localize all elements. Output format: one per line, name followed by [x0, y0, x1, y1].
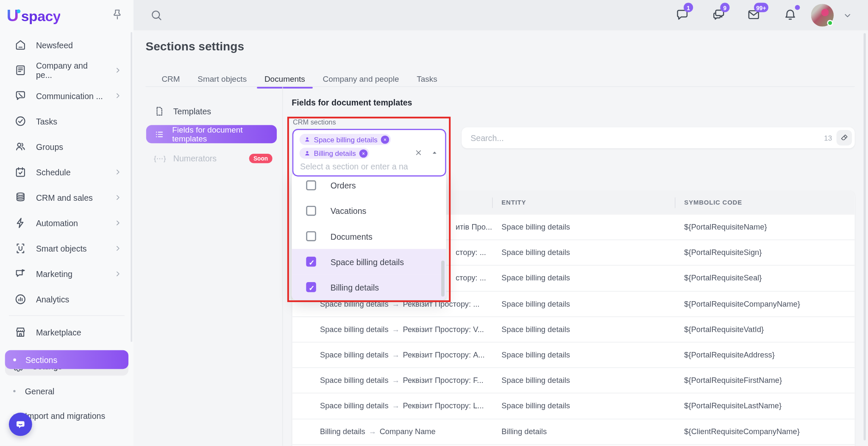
online-status-dot	[827, 20, 833, 26]
dropdown-option[interactable]: Documents	[292, 224, 446, 249]
option-checkbox[interactable]	[306, 231, 316, 241]
remove-chip-button[interactable]	[381, 135, 389, 144]
sidebar-item[interactable]: Tasks	[0, 108, 134, 134]
column-header-entity: ENTITY	[501, 199, 526, 206]
sidebar-item[interactable]: Groups	[0, 134, 134, 159]
tab-label: Documents	[264, 75, 305, 83]
mail-button[interactable]: 99+	[747, 8, 761, 22]
option-label: Billing details	[331, 283, 379, 292]
person-icon	[304, 136, 311, 143]
sidebar-item-label: Newsfeed	[36, 40, 73, 50]
field-name-cell: Space billing details→Реквізит Простору:…	[320, 376, 484, 385]
dropdown-option[interactable]: Vacations	[292, 198, 446, 224]
selected-section-chip[interactable]: Space billing details	[300, 134, 391, 145]
clear-search-button[interactable]	[837, 130, 852, 146]
sidebar-subitem[interactable]: Sections	[5, 350, 128, 369]
sidebar-item[interactable]: Smart objects	[0, 235, 134, 261]
table-row[interactable]: Space billing details→Реквізит Простору:…	[292, 342, 855, 368]
table-row[interactable]: Billing details→Company Name Billing det…	[292, 419, 855, 444]
support-chat-fab[interactable]	[9, 413, 32, 436]
notifications-button[interactable]	[783, 8, 798, 22]
close-icon	[383, 138, 387, 141]
field-name-text: стору: ...	[456, 274, 486, 283]
sidebar-item[interactable]: CRM and sales	[0, 185, 134, 210]
eraser-icon	[840, 133, 849, 142]
section-search-input[interactable]: Select a section or enter a na	[300, 161, 439, 171]
pin-sidebar-button[interactable]	[109, 6, 125, 22]
remove-chip-button[interactable]	[359, 149, 368, 158]
chip-label: Space billing details	[314, 135, 378, 144]
tab[interactable]: Company and people	[314, 72, 408, 86]
sidebar-scrollbar[interactable]	[131, 32, 132, 342]
symbolic-code-cell: ${PortalRequisiteSeal}	[684, 274, 762, 283]
option-checkbox[interactable]	[306, 180, 316, 191]
table-search[interactable]: Search... 13	[462, 127, 854, 148]
group-chats-button[interactable]: 9	[712, 8, 726, 22]
subnav-item-templates[interactable]: Templates	[146, 103, 277, 119]
search-input[interactable]: Search...	[470, 133, 824, 142]
sidebar-item[interactable]: Analytics	[0, 287, 134, 312]
file-template-icon	[154, 105, 165, 116]
sidebar-item-label: CRM and sales	[36, 193, 93, 202]
marketing-icon	[14, 268, 27, 280]
crm-icon	[14, 191, 27, 204]
clear-selection-icon[interactable]	[414, 148, 423, 157]
dropdown-option[interactable]: Billing details	[292, 274, 446, 300]
table-row[interactable]: Space billing details→Реквізит Простору:…	[292, 317, 855, 342]
tab[interactable]: Smart objects	[189, 72, 256, 86]
crm-sections-select[interactable]: Space billing details Billing details Se…	[292, 129, 446, 176]
field-name-cell: Space billing details→Реквізит Простору:…	[320, 350, 485, 359]
marketplace-icon	[14, 326, 27, 338]
dropdown-option[interactable]: Space billing details	[292, 249, 446, 274]
field-name-cell: Billing details→Company Name	[320, 427, 436, 436]
option-checkbox[interactable]	[306, 257, 316, 267]
global-search-button[interactable]	[147, 6, 165, 24]
field-name-cell: →итів Про...	[456, 222, 492, 231]
sidebar-item[interactable]: Communication ...	[0, 83, 134, 108]
field-name-text: Реквізит Простору: ...	[403, 299, 480, 308]
sidebar-subitem-label: Sections	[25, 355, 57, 364]
sidebar-item-label: Marketing	[36, 269, 72, 278]
table-row[interactable]: Space billing details→Реквізит Простору:…	[292, 393, 855, 419]
field-name-text: Company Name	[380, 427, 436, 436]
dropdown-scrollbar[interactable]	[441, 260, 445, 296]
profile-chevron-down-icon[interactable]	[843, 11, 853, 21]
sidebar-item[interactable]: Newsfeed	[0, 32, 134, 58]
collapse-caret-up-icon[interactable]	[430, 148, 439, 157]
sidebar-item[interactable]: Marketing	[0, 261, 134, 286]
page-scrollbar[interactable]	[864, 33, 866, 440]
tab[interactable]: CRM	[153, 72, 189, 86]
tab[interactable]: Tasks	[408, 72, 446, 86]
sidebar-item[interactable]: Schedule	[0, 159, 134, 185]
tab[interactable]: Documents	[256, 72, 314, 86]
field-name-text: Реквізит Простору: F...	[403, 376, 484, 385]
sidebar-subitem[interactable]: General	[5, 382, 128, 400]
field-name-cell: Space billing details→Реквізит Простору:…	[320, 299, 479, 308]
tab-label: Tasks	[417, 75, 437, 83]
bullet-icon	[13, 358, 16, 361]
brand-logo[interactable]: U spacy	[7, 6, 61, 25]
sidebar-item[interactable]: Automation	[0, 210, 134, 235]
sidebar-item[interactable]: Marketplace	[0, 319, 134, 345]
sidebar-item-label: Groups	[36, 142, 63, 151]
field-name-section: Billing details	[320, 427, 365, 436]
subnav-label: Templates	[173, 106, 211, 116]
bullet-icon	[13, 390, 15, 392]
option-checkbox[interactable]	[306, 206, 316, 216]
chevron-right-icon	[114, 219, 122, 227]
option-label: Documents	[331, 232, 373, 241]
chat-bubble-icon	[14, 418, 27, 431]
messenger-button[interactable]: 1	[675, 8, 690, 22]
chevron-right-icon	[114, 66, 122, 75]
tab-label: Company and people	[323, 75, 399, 83]
table-row[interactable]: Space billing details→Реквізит Простору:…	[292, 368, 855, 393]
subnav-item-numerators[interactable]: {⋯} Numerators Soon	[146, 150, 277, 166]
list-icon	[154, 129, 165, 140]
field-name-text: Реквізит Простору: V...	[403, 324, 484, 333]
communication-icon	[14, 90, 27, 102]
option-checkbox[interactable]	[306, 282, 316, 292]
user-avatar[interactable]	[811, 4, 834, 27]
sidebar-item[interactable]: Company and pe...	[0, 58, 134, 83]
selected-section-chip[interactable]: Billing details	[300, 148, 369, 159]
subnav-item-fields-active[interactable]: Fields for document templates	[146, 125, 277, 143]
